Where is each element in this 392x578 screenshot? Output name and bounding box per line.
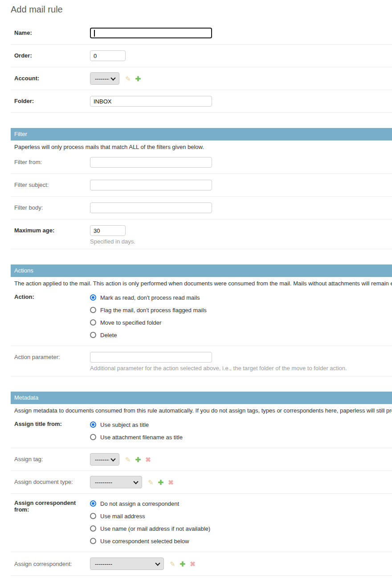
action-parameter-label: Action parameter: <box>14 354 60 360</box>
assign-correspondent-radio-group: Do not assign a correspondent Use mail a… <box>90 494 392 552</box>
order-row: Order: <box>11 45 392 67</box>
add-correspondent-icon[interactable]: ✚ <box>180 561 186 567</box>
assign-title-from-label: Assign title from: <box>14 421 62 427</box>
actions-fieldset: Actions The action applied to the mail. … <box>11 264 392 376</box>
radio-icon[interactable] <box>90 332 96 338</box>
radio-option-attachment-title[interactable]: Use attachment filename as title <box>90 431 392 443</box>
folder-label: Folder: <box>14 98 34 104</box>
delete-document-type-icon: ✖ <box>168 479 174 486</box>
text-caret <box>94 30 95 37</box>
radio-option-name-or-mail[interactable]: Use name (or mail address if not availab… <box>90 522 392 535</box>
radio-icon[interactable] <box>90 421 96 428</box>
radio-option-mail-address[interactable]: Use mail address <box>90 510 392 522</box>
action-radio-group: Mark as read, don't process read mails F… <box>90 288 392 346</box>
assign-correspondent-from-row: Assign correspondent from: Do not assign… <box>11 494 392 552</box>
metadata-section-description: Assign metadata to documents consumed fr… <box>14 407 392 414</box>
radio-option-label: Use name (or mail address if not availab… <box>100 525 210 532</box>
order-label: Order: <box>14 52 32 59</box>
filter-from-label: Filter from: <box>14 159 42 165</box>
radio-option-delete[interactable]: Delete <box>90 329 392 341</box>
assign-title-from-row: Assign title from: Use subject as title … <box>11 415 392 448</box>
filter-body-input[interactable] <box>90 202 212 213</box>
content-area: Add mail rule Name: Order: <box>0 0 392 576</box>
assign-correspondent-row: Assign correspondent: --------- ✎ ✚ ✖ <box>11 552 392 576</box>
filter-subject-input[interactable] <box>90 180 212 190</box>
assign-tag-label: Assign tag: <box>14 456 43 462</box>
metadata-fieldset: Metadata Assign metadata to documents co… <box>11 392 392 576</box>
radio-icon[interactable] <box>90 307 96 313</box>
filter-section-header: Filter <box>11 128 392 140</box>
metadata-section-header: Metadata <box>11 392 392 404</box>
maximum-age-row: Maximum age: Specified in days. <box>11 219 392 249</box>
filter-section-description: Paperless will only process mails that m… <box>14 144 392 150</box>
name-row: Name: <box>11 22 392 45</box>
action-row: Action: Mark as read, don't process read… <box>11 288 392 346</box>
radio-option-label: Use correspondent selected below <box>100 538 189 545</box>
radio-option-label: Move to specified folder <box>100 319 161 326</box>
account-row: Account: --------- ✎ ✚ <box>11 67 392 90</box>
edit-tag-icon: ✎ <box>125 456 131 463</box>
radio-option-label: Use mail address <box>100 513 145 520</box>
assign-tag-select[interactable]: --------- <box>90 453 119 466</box>
folder-row: Folder: <box>11 90 392 113</box>
radio-option-mark-as-read[interactable]: Mark as read, don't process read mails <box>90 291 392 304</box>
maximum-age-label: Maximum age: <box>14 227 54 234</box>
radio-icon[interactable] <box>90 434 96 440</box>
radio-option-label: Flag the mail, don't process flagged mai… <box>100 307 207 314</box>
radio-icon[interactable] <box>90 294 96 301</box>
edit-document-type-icon: ✎ <box>148 479 154 486</box>
account-select[interactable]: --------- <box>90 72 119 85</box>
assign-title-radio-group: Use subject as title Use attachment file… <box>90 415 392 448</box>
filter-body-label: Filter body: <box>14 204 43 211</box>
page-title: Add mail rule <box>11 4 392 15</box>
maximum-age-help: Specified in days. <box>90 238 392 245</box>
assign-correspondent-select[interactable]: --------- <box>90 557 164 570</box>
name-label: Name: <box>14 29 32 36</box>
radio-option-flag-mail[interactable]: Flag the mail, don't process flagged mai… <box>90 304 392 316</box>
radio-icon[interactable] <box>90 525 96 532</box>
radio-option-move-folder[interactable]: Move to specified folder <box>90 316 392 329</box>
basic-fieldset: Name: Order: Accoun <box>11 22 392 113</box>
assign-correspondent-label: Assign correspondent: <box>14 561 72 567</box>
radio-option-label: Delete <box>100 332 117 339</box>
actions-section-header: Actions <box>11 264 392 277</box>
assign-tag-row: Assign tag: --------- ✎ ✚ ✖ <box>11 448 392 471</box>
folder-input[interactable] <box>90 96 212 107</box>
assign-correspondent-from-label: Assign correspondent from: <box>14 500 76 513</box>
action-parameter-row: Action parameter: Additional parameter f… <box>11 346 392 376</box>
radio-option-label: Use subject as title <box>100 421 149 428</box>
delete-tag-icon: ✖ <box>145 456 151 463</box>
filter-from-input[interactable] <box>90 157 212 168</box>
radio-icon[interactable] <box>90 513 96 519</box>
action-parameter-help: Additional parameter for the action sele… <box>90 365 392 372</box>
radio-option-no-correspondent[interactable]: Do not assign a correspondent <box>90 497 392 510</box>
radio-option-label: Mark as read, don't process read mails <box>100 294 200 301</box>
name-input[interactable] <box>90 28 212 38</box>
filter-subject-row: Filter subject: <box>11 174 392 197</box>
actions-section-description: The action applied to the mail. This act… <box>14 280 392 287</box>
filter-body-row: Filter body: <box>11 197 392 219</box>
edit-correspondent-icon: ✎ <box>170 561 176 567</box>
delete-correspondent-icon: ✖ <box>190 561 196 567</box>
radio-option-subject-title[interactable]: Use subject as title <box>90 418 392 431</box>
action-label: Action: <box>14 293 34 300</box>
radio-icon[interactable] <box>90 538 96 544</box>
filter-fieldset: Filter Paperless will only process mails… <box>11 128 392 249</box>
radio-option-label: Do not assign a correspondent <box>100 500 179 507</box>
order-input[interactable] <box>90 50 126 61</box>
add-account-icon[interactable]: ✚ <box>135 75 141 82</box>
radio-option-selected-below[interactable]: Use correspondent selected below <box>90 535 392 547</box>
assign-document-type-row: Assign document type: --------- ✎ ✚ ✖ <box>11 471 392 494</box>
maximum-age-input[interactable] <box>90 225 126 236</box>
mail-rule-form: Name: Order: Accoun <box>11 22 392 576</box>
action-parameter-input[interactable] <box>90 352 212 363</box>
filter-subject-label: Filter subject: <box>14 182 49 188</box>
radio-option-label: Use attachment filename as title <box>100 434 183 441</box>
radio-icon[interactable] <box>90 500 96 507</box>
assign-document-type-select[interactable]: --------- <box>90 476 142 488</box>
add-document-type-icon[interactable]: ✚ <box>158 479 164 486</box>
filter-from-row: Filter from: <box>11 151 392 174</box>
account-label: Account: <box>14 75 39 82</box>
add-tag-icon[interactable]: ✚ <box>135 456 141 463</box>
radio-icon[interactable] <box>90 319 96 326</box>
